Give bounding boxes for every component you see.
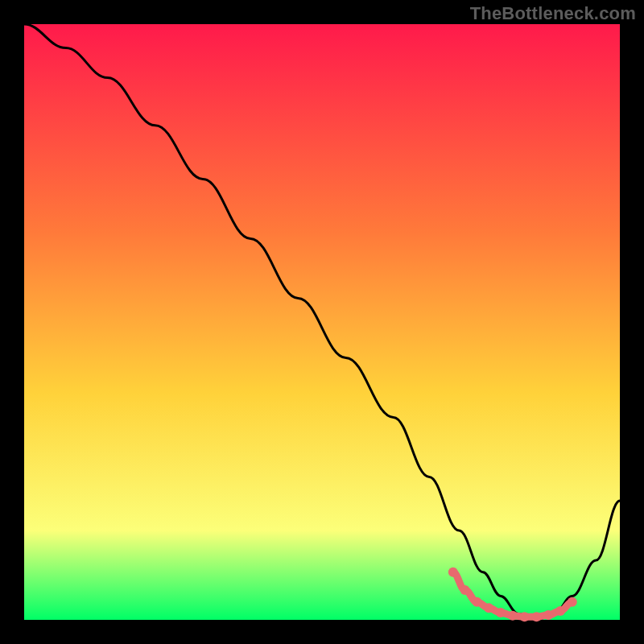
chart-canvas: TheBottleneck.com [0, 0, 644, 644]
highlight-marker [531, 612, 541, 621]
highlight-marker [555, 606, 565, 616]
highlight-marker [472, 597, 481, 607]
highlight-marker [568, 597, 577, 607]
watermark-text: TheBottleneck.com [470, 3, 636, 24]
highlight-marker [448, 568, 458, 577]
chart-svg [0, 0, 644, 644]
highlight-marker [460, 585, 470, 595]
highlight-marker [508, 611, 518, 621]
highlight-marker [520, 612, 530, 621]
highlight-marker [543, 610, 553, 620]
highlight-marker [496, 608, 506, 617]
plot-background [24, 24, 620, 620]
highlight-marker [484, 603, 493, 613]
